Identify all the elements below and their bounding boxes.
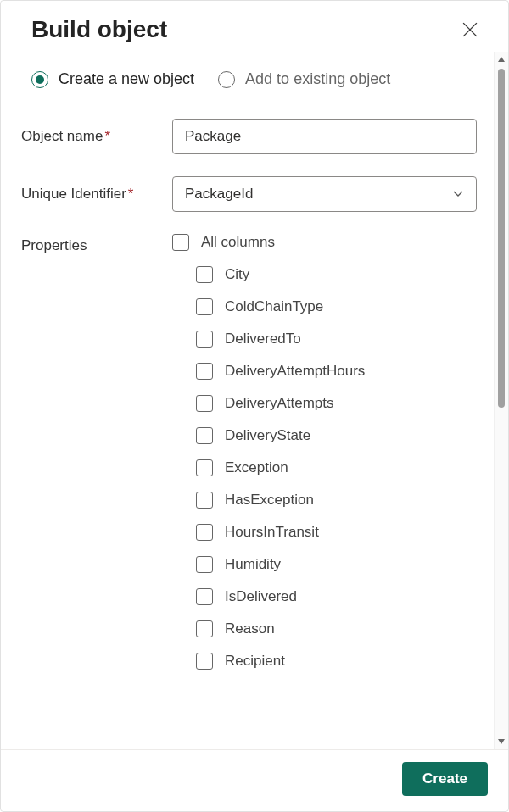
checkbox-icon bbox=[196, 556, 213, 573]
checkbox-label: Humidity bbox=[225, 556, 281, 573]
radio-icon bbox=[218, 71, 235, 88]
checkbox-icon bbox=[196, 524, 213, 541]
checkbox-label: Exception bbox=[225, 459, 288, 476]
dialog-title: Build object bbox=[31, 16, 167, 43]
radio-label: Add to existing object bbox=[245, 70, 390, 88]
checkbox-icon bbox=[196, 653, 213, 670]
checkbox-property[interactable]: Humidity bbox=[196, 556, 477, 573]
checkbox-icon bbox=[196, 363, 213, 380]
checkbox-label: All columns bbox=[201, 234, 275, 251]
checkbox-label: Reason bbox=[225, 620, 275, 637]
checkbox-icon bbox=[196, 459, 213, 476]
scrollbar-thumb[interactable] bbox=[498, 69, 505, 408]
close-icon bbox=[462, 22, 478, 37]
svg-marker-3 bbox=[498, 739, 505, 744]
checkbox-icon bbox=[196, 331, 213, 348]
create-button[interactable]: Create bbox=[402, 762, 488, 796]
checkbox-label: HasException bbox=[225, 492, 314, 509]
properties-list: All columns CityColdChainTypeDeliveredTo… bbox=[172, 234, 477, 685]
unique-identifier-row: Unique Identifier* PackageId bbox=[21, 176, 477, 212]
checkbox-property[interactable]: DeliveryAttemptHours bbox=[196, 363, 477, 380]
checkbox-property[interactable]: IsDelivered bbox=[196, 588, 477, 605]
scroll-up-button[interactable] bbox=[495, 52, 509, 67]
checkbox-icon bbox=[196, 620, 213, 637]
radio-label: Create a new object bbox=[59, 70, 194, 88]
scroll-area: Create a new object Add to existing obje… bbox=[1, 52, 494, 749]
checkbox-icon bbox=[196, 298, 213, 315]
checkbox-label: HoursInTransit bbox=[225, 524, 319, 541]
checkbox-icon bbox=[196, 492, 213, 509]
mode-radio-group: Create a new object Add to existing obje… bbox=[21, 70, 477, 88]
object-name-label: Object name* bbox=[21, 128, 172, 145]
dialog-body: Create a new object Add to existing obje… bbox=[1, 52, 508, 749]
checkbox-property[interactable]: DeliveryState bbox=[196, 427, 477, 444]
checkbox-property[interactable]: City bbox=[196, 266, 477, 283]
checkbox-icon bbox=[196, 588, 213, 605]
checkbox-label: DeliveryState bbox=[225, 427, 310, 444]
properties-label: Properties bbox=[21, 234, 172, 254]
checkbox-label: IsDelivered bbox=[225, 588, 297, 605]
radio-icon bbox=[31, 71, 48, 88]
checkbox-property[interactable]: Reason bbox=[196, 620, 477, 637]
unique-identifier-label: Unique Identifier* bbox=[21, 186, 172, 203]
checkbox-property[interactable]: ColdChainType bbox=[196, 298, 477, 315]
checkbox-property[interactable]: Exception bbox=[196, 459, 477, 476]
object-name-row: Object name* bbox=[21, 119, 477, 154]
checkbox-property[interactable]: HoursInTransit bbox=[196, 524, 477, 541]
dialog-footer: Create bbox=[1, 749, 508, 811]
caret-down-icon bbox=[497, 738, 506, 745]
chevron-down-icon bbox=[452, 190, 464, 198]
checkbox-label: DeliveredTo bbox=[225, 331, 301, 348]
checkbox-label: Recipient bbox=[225, 653, 285, 670]
dialog-header: Build object bbox=[1, 1, 508, 52]
checkbox-property[interactable]: HasException bbox=[196, 492, 477, 509]
checkbox-label: DeliveryAttempts bbox=[225, 395, 333, 412]
scroll-down-button[interactable] bbox=[495, 734, 509, 749]
build-object-dialog: Build object Create a new object Add to … bbox=[0, 0, 509, 812]
caret-up-icon bbox=[497, 56, 506, 63]
svg-marker-2 bbox=[498, 57, 505, 62]
checkbox-label: ColdChainType bbox=[225, 298, 323, 315]
object-name-input[interactable] bbox=[172, 119, 477, 154]
checkbox-all-columns[interactable]: All columns bbox=[172, 234, 477, 251]
close-button[interactable] bbox=[457, 17, 483, 42]
checkbox-icon bbox=[172, 234, 189, 251]
checkbox-property[interactable]: DeliveryAttempts bbox=[196, 395, 477, 412]
checkbox-icon bbox=[196, 427, 213, 444]
radio-add-existing[interactable]: Add to existing object bbox=[218, 70, 390, 88]
radio-create-new[interactable]: Create a new object bbox=[31, 70, 194, 88]
checkbox-icon bbox=[196, 395, 213, 412]
select-value: PackageId bbox=[185, 186, 253, 203]
properties-row: Properties All columns CityColdChainType… bbox=[21, 234, 477, 685]
scrollbar[interactable] bbox=[494, 52, 508, 749]
checkbox-icon bbox=[196, 266, 213, 283]
checkbox-property[interactable]: Recipient bbox=[196, 653, 477, 670]
checkbox-label: City bbox=[225, 266, 249, 283]
checkbox-label: DeliveryAttemptHours bbox=[225, 363, 365, 380]
unique-identifier-select[interactable]: PackageId bbox=[172, 176, 477, 212]
checkbox-property[interactable]: DeliveredTo bbox=[196, 331, 477, 348]
